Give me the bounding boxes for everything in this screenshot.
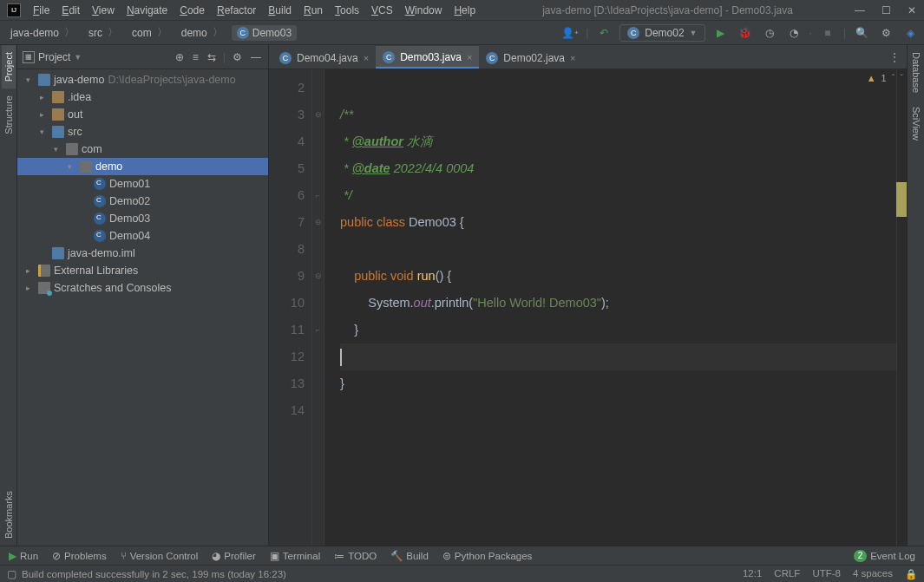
editor-tab-demo03-java[interactable]: CDemo03.java×: [376, 46, 479, 69]
tool-tab-problems[interactable]: ⊘Problems: [52, 550, 107, 562]
locate-icon[interactable]: ⊕: [174, 49, 186, 65]
line-number-gutter[interactable]: 234567891011121314: [269, 69, 312, 546]
tool-tab-sciview[interactable]: SciView: [909, 100, 923, 147]
tabs-more-icon[interactable]: ⋮: [889, 51, 900, 63]
close-tab-icon[interactable]: ×: [364, 53, 369, 63]
tree-item-demo[interactable]: ▾demo: [17, 158, 268, 175]
add-user-icon[interactable]: 👤+: [561, 24, 579, 42]
project-panel-title: Project: [38, 51, 70, 63]
tree-item-out[interactable]: ▸out: [17, 106, 268, 123]
tree-item-com[interactable]: ▾com: [17, 141, 268, 158]
breadcrumb-demo[interactable]: demo〉: [176, 23, 230, 42]
warning-circle-icon: ⊘: [52, 550, 61, 562]
class-icon: C: [237, 27, 249, 39]
tree-item-demo03[interactable]: Demo03: [17, 210, 268, 227]
close-button[interactable]: ✕: [907, 4, 917, 16]
breadcrumbs: java-demo〉src〉com〉demo〉CDemo03: [5, 23, 297, 42]
menu-bar: FileEditViewNavigateCodeRefactorBuildRun…: [28, 3, 481, 18]
tool-tab-structure[interactable]: Structure: [2, 88, 16, 141]
menu-navigate[interactable]: Navigate: [121, 3, 173, 18]
fold-gutter[interactable]: ⊖ ⌐⊖ ⊖ ⌐: [312, 69, 324, 546]
tool-tab-build[interactable]: 🔨Build: [390, 550, 429, 562]
project-tree[interactable]: ▾java-demo D:\IdeaProjects\java-demo▸.id…: [17, 69, 268, 546]
tool-tab-terminal[interactable]: ▣Terminal: [270, 550, 320, 562]
tree-item-external-libraries[interactable]: ▸External Libraries: [17, 262, 268, 279]
menu-file[interactable]: File: [28, 3, 55, 18]
chevron-up-icon[interactable]: ˆ: [892, 73, 895, 83]
close-tab-icon[interactable]: ×: [467, 52, 472, 62]
plugin-icon[interactable]: ◈: [901, 24, 919, 42]
menu-help[interactable]: Help: [449, 3, 481, 18]
tool-tab-event-log[interactable]: 2 Event Log: [854, 550, 915, 562]
breadcrumb-java-demo[interactable]: java-demo〉: [5, 23, 82, 42]
tool-tab-bookmarks[interactable]: Bookmarks: [2, 484, 16, 546]
tree-item-src[interactable]: ▾src: [17, 123, 268, 141]
debug-button-icon[interactable]: 🐞: [737, 24, 754, 42]
left-tool-stripe: Project Structure Bookmarks: [0, 45, 17, 546]
menu-tools[interactable]: Tools: [330, 3, 364, 18]
file-encoding[interactable]: UTF-8: [812, 568, 841, 580]
warning-icon: ▲: [867, 73, 876, 83]
maximize-button[interactable]: ☐: [881, 4, 891, 16]
error-stripe[interactable]: [896, 69, 907, 546]
hammer-icon: 🔨: [390, 550, 403, 562]
inspection-widget[interactable]: ▲ 1 ˆ ˇ: [867, 73, 903, 83]
settings-icon[interactable]: ⚙: [877, 24, 895, 42]
tree-item--idea[interactable]: ▸.idea: [17, 88, 268, 106]
tool-tab-version-control[interactable]: ⑂Version Control: [121, 551, 199, 561]
tree-item-scratches-and-consoles[interactable]: ▸Scratches and Consoles: [17, 279, 268, 297]
close-tab-icon[interactable]: ×: [570, 53, 575, 63]
window-title: java-demo [D:\IdeaProjects\java-demo] - …: [481, 4, 855, 16]
menu-refactor[interactable]: Refactor: [212, 3, 261, 18]
menu-view[interactable]: View: [87, 3, 120, 18]
breadcrumb-com[interactable]: com〉: [127, 23, 174, 42]
tool-tab-python-packages[interactable]: ⊜Python Packages: [442, 550, 533, 562]
indent-setting[interactable]: 4 spaces: [853, 568, 893, 580]
menu-edit[interactable]: Edit: [56, 3, 85, 18]
menu-code[interactable]: Code: [174, 3, 210, 18]
line-separator[interactable]: CRLF: [774, 568, 800, 580]
panel-settings-icon[interactable]: ⚙: [231, 49, 244, 65]
folder-grey-icon: [66, 143, 78, 155]
tree-item-demo01[interactable]: Demo01: [17, 175, 268, 193]
code-content[interactable]: /** * @author 水滴 * @date 2022/4/4 0004 *…: [324, 69, 907, 546]
tree-item-java-demo-iml[interactable]: java-demo.iml: [17, 245, 268, 262]
run-config-selector[interactable]: C Demo02 ▼: [619, 24, 704, 42]
hide-panel-icon[interactable]: —: [249, 49, 263, 65]
stripe-mark[interactable]: [896, 182, 907, 217]
tree-item-demo02[interactable]: Demo02: [17, 193, 268, 210]
breadcrumb-src[interactable]: src〉: [83, 23, 125, 42]
stop-button-icon[interactable]: ■: [819, 24, 836, 42]
editor-area: CDemo04.java×CDemo03.java×CDemo02.java×⋮…: [269, 45, 907, 546]
tool-tab-database[interactable]: Database: [909, 45, 923, 100]
run-button-icon[interactable]: ▶: [712, 24, 730, 42]
lock-icon[interactable]: 🔒: [905, 568, 917, 580]
menu-window[interactable]: Window: [400, 3, 448, 18]
chevron-down-icon[interactable]: ˇ: [900, 73, 903, 83]
search-icon[interactable]: 🔍: [853, 24, 870, 42]
scratch-icon: [38, 282, 50, 294]
editor-tab-demo02-java[interactable]: CDemo02.java×: [479, 46, 582, 69]
menu-vcs[interactable]: VCS: [366, 3, 398, 18]
expand-all-icon[interactable]: ≡: [191, 49, 200, 65]
minimize-button[interactable]: —: [855, 4, 865, 16]
tool-tab-run[interactable]: ▶Run: [9, 550, 38, 562]
tool-tab-profiler[interactable]: ◕Profiler: [212, 550, 255, 562]
project-view-selector[interactable]: ▦ Project ▼: [23, 51, 82, 63]
menu-run[interactable]: Run: [298, 3, 328, 18]
tool-tab-todo[interactable]: ≔TODO: [334, 550, 377, 562]
collapse-all-icon[interactable]: ⇆: [206, 49, 218, 65]
back-arrow-icon[interactable]: ↶: [595, 24, 613, 42]
editor-tab-demo04-java[interactable]: CDemo04.java×: [272, 46, 376, 69]
breadcrumb-demo03[interactable]: CDemo03: [232, 25, 297, 41]
caret-position[interactable]: 12:1: [743, 568, 762, 580]
coverage-icon[interactable]: ◷: [761, 24, 778, 42]
tool-tab-project[interactable]: Project: [2, 45, 16, 88]
menu-build[interactable]: Build: [263, 3, 297, 18]
code-editor[interactable]: 234567891011121314 ⊖ ⌐⊖ ⊖ ⌐ /** * @autho…: [269, 69, 907, 546]
status-window-icon[interactable]: ▢: [7, 568, 16, 580]
tree-item-java-demo[interactable]: ▾java-demo D:\IdeaProjects\java-demo: [17, 71, 268, 88]
profile-icon[interactable]: ◔: [785, 24, 803, 42]
project-tool-window: ▦ Project ▼ ⊕ ≡ ⇆ | ⚙ — ▾java-demo D:\Id…: [17, 45, 269, 546]
tree-item-demo04[interactable]: Demo04: [17, 227, 268, 245]
